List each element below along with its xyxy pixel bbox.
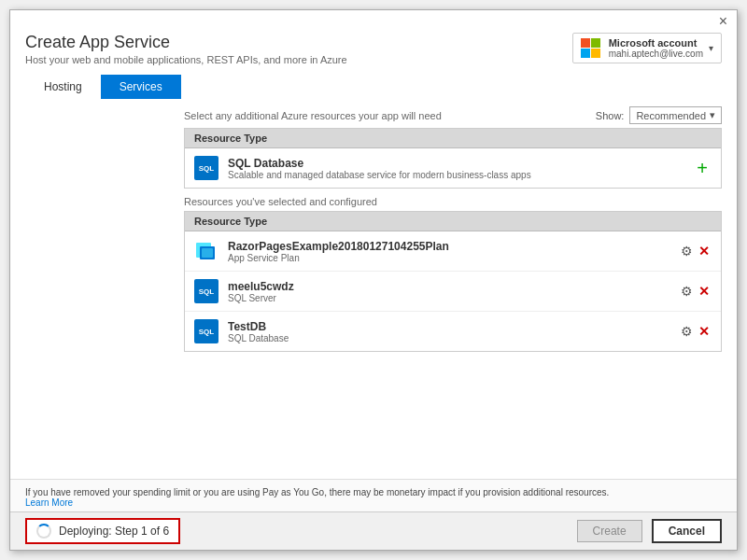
add-resource-button[interactable]: +	[693, 159, 712, 177]
show-chevron-icon: ▾	[710, 109, 715, 121]
account-chevron-icon[interactable]: ▾	[709, 43, 713, 53]
tab-hosting[interactable]: Hosting	[25, 75, 101, 99]
titlebar: ×	[10, 10, 737, 29]
remove-button-2[interactable]: ✕	[697, 324, 712, 339]
main-content: Select any additional Azure resources yo…	[184, 99, 722, 479]
configured-resource-name-0: RazorPagesExample20180127104255Plan	[228, 240, 669, 253]
account-name: Microsoft account	[609, 37, 703, 49]
resource-name: SQL Database	[228, 157, 684, 170]
dialog-body: Select any additional Azure resources yo…	[10, 99, 737, 479]
list-item: SQL meelu5cwdz SQL Server ⚙ ✕	[185, 272, 721, 312]
configured-resource-name-2: TestDB	[228, 320, 669, 333]
settings-button-0[interactable]: ⚙	[679, 244, 695, 259]
list-item: SQL SQL Database Scalable and managed da…	[185, 148, 721, 188]
available-table-header: Resource Type	[185, 129, 721, 148]
sql-server-icon: SQL	[194, 279, 218, 303]
deploy-status-block: Deploying: Step 1 of 6	[25, 518, 180, 544]
section-label: Select any additional Azure resources yo…	[184, 110, 442, 121]
dialog-title: Create App Service	[25, 33, 347, 52]
show-label: Show:	[596, 110, 625, 121]
available-resources-section: Resource Type SQL SQL Database Scalable …	[184, 128, 722, 189]
close-button[interactable]: ×	[715, 14, 731, 29]
dialog: × Create App Service Host your web and m…	[9, 9, 738, 551]
resource-info: RazorPagesExample20180127104255Plan App …	[228, 240, 669, 263]
logo-blue	[581, 49, 590, 58]
resource-info: SQL Database Scalable and managed databa…	[228, 157, 684, 180]
configured-resource-desc-2: SQL Database	[228, 333, 669, 343]
show-value: Recommended	[636, 110, 706, 121]
row-actions-1: ⚙ ✕	[679, 284, 712, 299]
configured-section: Resource Type RazorPagesExample201801271…	[184, 211, 722, 479]
sql-icon: SQL	[194, 156, 218, 180]
logo-green	[591, 38, 600, 48]
deploy-status-text: Deploying: Step 1 of 6	[59, 525, 169, 538]
configured-resource-name-1: meelu5cwdz	[228, 280, 669, 293]
configured-resource-desc-0: App Service Plan	[228, 253, 669, 263]
app-service-plan-icon	[194, 239, 218, 263]
microsoft-logo	[581, 38, 601, 59]
settings-button-1[interactable]: ⚙	[679, 284, 695, 299]
row-actions-0: ⚙ ✕	[679, 244, 712, 259]
svg-rect-2	[202, 248, 213, 258]
section-header-row: Select any additional Azure resources yo…	[184, 99, 722, 128]
sidebar	[25, 99, 184, 479]
sql-database-icon: SQL	[194, 319, 218, 343]
remove-button-0[interactable]: ✕	[697, 244, 712, 259]
account-block[interactable]: Microsoft account mahi.aptech@live.com ▾	[572, 33, 722, 63]
logo-yellow	[591, 49, 600, 58]
configured-resource-desc-1: SQL Server	[228, 293, 669, 303]
account-info: Microsoft account mahi.aptech@live.com	[609, 37, 703, 59]
dialog-subtitle: Host your web and mobile applications, R…	[25, 54, 347, 65]
settings-button-2[interactable]: ⚙	[679, 324, 695, 339]
resource-desc: Scalable and managed database service fo…	[228, 170, 684, 180]
spinner-icon	[36, 524, 51, 539]
available-table: Resource Type SQL SQL Database Scalable …	[184, 128, 722, 189]
show-row: Show: Recommended ▾	[596, 106, 722, 124]
cancel-button[interactable]: Cancel	[652, 519, 722, 543]
resource-info: meelu5cwdz SQL Server	[228, 280, 669, 303]
dialog-title-block: Create App Service Host your web and mob…	[25, 33, 347, 65]
logo-red	[581, 38, 590, 48]
footer-info: If you have removed your spending limit …	[10, 479, 737, 511]
dialog-header: Create App Service Host your web and mob…	[10, 29, 737, 75]
configured-table-header: Resource Type	[185, 212, 721, 231]
list-item: SQL TestDB SQL Database ⚙ ✕	[185, 312, 721, 351]
resource-info: TestDB SQL Database	[228, 320, 669, 343]
configured-table: Resource Type RazorPagesExample201801271…	[184, 211, 722, 352]
account-email: mahi.aptech@live.com	[609, 49, 703, 59]
learn-more-link[interactable]: Learn More	[25, 497, 73, 508]
nav-tabs: Hosting Services	[10, 75, 737, 99]
configured-label: Resources you've selected and configured	[184, 189, 722, 211]
footer-info-text: If you have removed your spending limit …	[25, 487, 609, 497]
tab-services[interactable]: Services	[101, 75, 181, 99]
row-actions-2: ⚙ ✕	[679, 324, 712, 339]
show-dropdown[interactable]: Recommended ▾	[629, 106, 722, 124]
dialog-footer: Deploying: Step 1 of 6 Create Cancel	[10, 511, 737, 550]
create-button[interactable]: Create	[577, 520, 642, 542]
list-item: RazorPagesExample20180127104255Plan App …	[185, 231, 721, 272]
remove-button-1[interactable]: ✕	[697, 284, 712, 299]
